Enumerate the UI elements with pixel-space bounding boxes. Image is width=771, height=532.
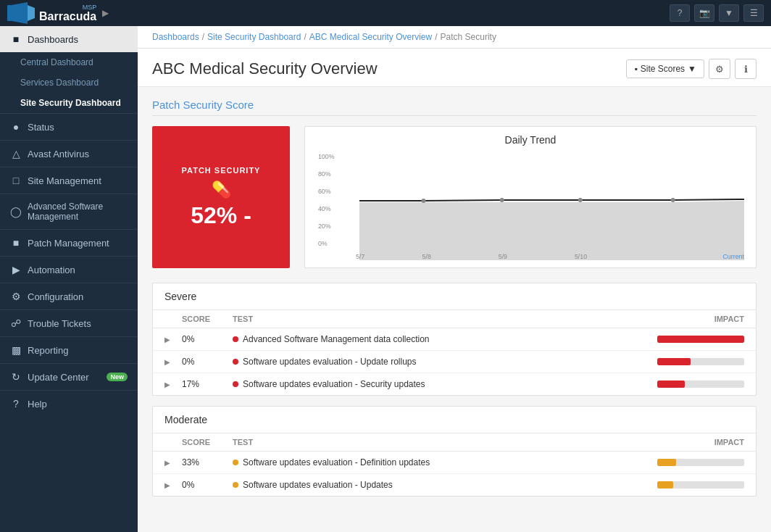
info-button[interactable]: ℹ <box>735 59 757 79</box>
row-expand-icon[interactable]: ▶ <box>164 459 182 467</box>
breadcrumb-site-security[interactable]: Site Security Dashboard <box>207 32 301 42</box>
sidebar-item-dashboards[interactable]: ■ Dashboards <box>0 26 138 52</box>
user-menu-button[interactable]: ▼ <box>719 4 739 22</box>
sidebar-item-avast[interactable]: △ Avast Antivirus <box>0 141 138 167</box>
svg-text:5/8: 5/8 <box>422 253 431 260</box>
breadcrumb-abc-overview[interactable]: ABC Medical Security Overview <box>309 32 432 42</box>
sidebar-item-patch-mgmt[interactable]: ■ Patch Management <box>0 230 138 256</box>
severe-section: Severe SCORE TEST IMPACT ▶ 0% Advanced S… <box>152 283 757 396</box>
advanced-sw-icon: ◯ <box>10 206 22 217</box>
sidebar-sub-central-dashboard[interactable]: Central Dashboard <box>0 52 138 72</box>
svg-point-12 <box>578 198 583 202</box>
sidebar-section-status: ● Status <box>0 113 138 140</box>
svg-text:20%: 20% <box>318 223 331 230</box>
svg-text:5/9: 5/9 <box>499 253 507 260</box>
svg-text:5/10: 5/10 <box>575 253 587 260</box>
impact-bar <box>657 481 744 489</box>
site-scores-button[interactable]: ▪ Site Scores ▼ <box>626 59 704 78</box>
sidebar-item-site-management[interactable]: □ Site Management <box>0 167 138 194</box>
sidebar-section-tickets: ☍ Trouble Tickets <box>0 309 138 336</box>
sidebar-item-help[interactable]: ? Help <box>0 391 138 417</box>
chart-svg: 100% 80% 60% 40% 20% 0% <box>317 151 744 260</box>
svg-text:5/7: 5/7 <box>356 253 364 260</box>
update-center-label: Update Center <box>28 372 89 383</box>
breadcrumb-dashboards[interactable]: Dashboards <box>152 32 199 42</box>
severity-dot-orange <box>233 460 238 465</box>
table-row: ▶ 0% Software updates evaluation - Updat… <box>153 474 756 496</box>
sidebar-section-avast: △ Avast Antivirus <box>0 140 138 167</box>
severe-score-col: SCORE <box>182 315 233 323</box>
impact-bar-fill <box>657 481 673 489</box>
patch-score-label: PATCH SECURITY <box>182 166 261 175</box>
main-menu-button[interactable]: ☰ <box>743 4 764 22</box>
chart-title: Daily Trend <box>317 134 744 146</box>
breadcrumb-sep1: / <box>202 32 204 42</box>
mod-impact-col: IMPACT <box>657 438 744 446</box>
sidebar-item-automation[interactable]: ▶ Automation <box>0 257 138 283</box>
status-icon: ● <box>10 121 22 133</box>
sidebar-item-reporting[interactable]: ▩ Reporting <box>0 337 138 363</box>
impact-bar-bg <box>657 459 744 466</box>
sidebar-section-patch: ■ Patch Management <box>0 229 138 256</box>
impact-bar <box>657 358 744 365</box>
severity-dot-red <box>233 381 238 387</box>
svg-text:0%: 0% <box>318 240 328 247</box>
row-test: Software updates evaluation - Update rol… <box>233 357 657 367</box>
row-expand-icon[interactable]: ▶ <box>164 481 182 489</box>
test-label: Advanced Software Management data collec… <box>243 334 430 344</box>
patch-mgmt-icon: ■ <box>10 237 22 249</box>
sidebar-section-site-mgmt: □ Site Management <box>0 167 138 194</box>
site-mgmt-icon: □ <box>10 175 22 186</box>
avast-label: Avast Antivirus <box>28 149 89 159</box>
svg-point-13 <box>671 198 675 202</box>
daily-trend-chart: Daily Trend 100% 80% 60% 40% 20% 0% <box>304 126 757 268</box>
row-expand-icon[interactable]: ▶ <box>164 336 182 344</box>
automation-icon: ▶ <box>10 264 22 275</box>
help-button[interactable]: ? <box>670 4 690 22</box>
topbar-right: ? 📷 ▼ ☰ <box>670 4 764 22</box>
gear-button[interactable]: ⚙ <box>709 59 730 79</box>
sidebar-section-help: ? Help <box>0 390 138 417</box>
sidebar-section-update-center: ↻ Update Center New <box>0 363 138 390</box>
barracuda-label: Barracuda <box>39 10 96 22</box>
trouble-tickets-label: Trouble Tickets <box>28 318 91 329</box>
impact-bar-fill <box>657 459 676 466</box>
severe-arrow-col <box>164 315 182 323</box>
row-expand-icon[interactable]: ▶ <box>164 358 182 366</box>
row-score: 0% <box>182 480 233 490</box>
moderate-table-header: SCORE TEST IMPACT <box>153 433 756 452</box>
moderate-header: Moderate <box>153 407 756 433</box>
sidebar-sub-site-security[interactable]: Site Security Dashboard <box>0 93 138 113</box>
sidebar-section-reporting: ▩ Reporting <box>0 336 138 363</box>
site-mgmt-label: Site Management <box>28 175 101 186</box>
sidebar-dashboards-label: Dashboards <box>28 34 78 45</box>
patch-mgmt-label: Patch Management <box>28 238 109 249</box>
severe-impact-col: IMPACT <box>657 315 744 323</box>
sidebar-item-trouble-tickets[interactable]: ☍ Trouble Tickets <box>0 310 138 336</box>
breadcrumb-patch-security: Patch Security <box>441 32 496 42</box>
logo-text-block: MSP Barracuda <box>39 4 96 22</box>
test-label: Software updates evaluation - Updates <box>243 480 393 490</box>
avast-icon: △ <box>10 148 22 159</box>
mod-arrow-col <box>164 438 182 446</box>
svg-point-11 <box>500 198 504 202</box>
sidebar-item-update-center[interactable]: ↻ Update Center New <box>0 364 138 390</box>
main-layout: ■ Dashboards Central Dashboard Services … <box>0 26 771 532</box>
sidebar-item-status[interactable]: ● Status <box>0 114 138 140</box>
screenshot-button[interactable]: 📷 <box>694 4 714 22</box>
gear-icon: ⚙ <box>715 64 724 75</box>
svg-point-10 <box>422 199 426 203</box>
row-expand-icon[interactable]: ▶ <box>164 381 182 388</box>
moderate-section: Moderate SCORE TEST IMPACT ▶ 33% Softwar… <box>152 406 757 496</box>
sidebar-sub-services-dashboard[interactable]: Services Dashboard <box>0 72 138 93</box>
sidebar-item-advanced-sw[interactable]: ◯ Advanced Software Management <box>0 194 138 229</box>
sidebar-toggle-icon[interactable]: ▶ <box>102 8 109 18</box>
topbar-left: MSP Barracuda ▶ <box>7 2 109 24</box>
table-row: ▶ 17% Software updates evaluation - Secu… <box>153 373 756 395</box>
sidebar-section-automation: ▶ Automation <box>0 256 138 283</box>
patch-security-section-title: Patch Security Score <box>152 99 757 116</box>
sidebar-item-configuration[interactable]: ⚙ Configuration <box>0 283 138 309</box>
row-score: 33% <box>182 457 233 467</box>
page-header: ABC Medical Security Overview ▪ Site Sco… <box>138 49 771 87</box>
configuration-icon: ⚙ <box>10 291 22 302</box>
